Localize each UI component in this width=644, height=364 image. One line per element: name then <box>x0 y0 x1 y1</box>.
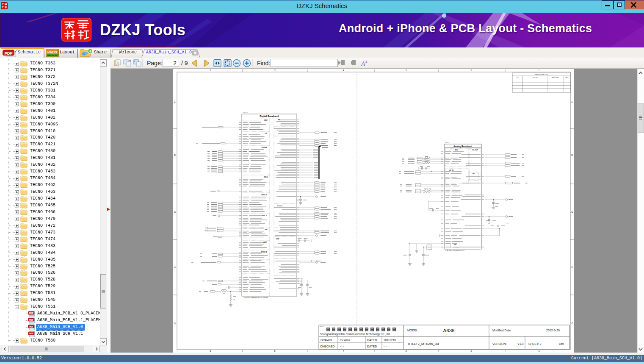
svg-text:Analog Baseband: Analog Baseband <box>453 145 472 147</box>
svg-text:DATED: DATED <box>367 345 377 348</box>
svg-text:COMPANY: COMPANY <box>320 326 324 327</box>
svg-text:Of9: Of9 <box>559 342 564 345</box>
svg-text:LTR: LTR <box>516 77 518 78</box>
svg-text:U201-D: U201-D <box>243 112 248 114</box>
svg-text:PDF: PDF <box>29 311 34 314</box>
svg-text:1: 1 <box>538 69 539 72</box>
svg-text:SIM: SIM <box>265 229 267 231</box>
svg-text:1: 1 <box>538 350 539 352</box>
svg-text:4: 4 <box>343 350 344 352</box>
svg-text:APPROVED: APPROVED <box>552 77 559 78</box>
svg-text:a: a <box>365 59 368 64</box>
svg-text:Shanghai RagenTek Communicatio: Shanghai RagenTek Communication Technolo… <box>320 333 390 336</box>
svg-text:AU_IN: AU_IN <box>449 169 453 171</box>
svg-text:CHECKED: CHECKED <box>320 345 334 348</box>
svg-text:2: 2 <box>470 350 472 352</box>
svg-text:Yu Chen: Yu Chen <box>340 339 350 341</box>
svg-text:< >: < > <box>384 345 387 347</box>
svg-text:A: A <box>361 60 365 67</box>
svg-text:Camera: Camera <box>277 205 283 207</box>
svg-text:Digital Baseband: Digital Baseband <box>260 115 279 117</box>
svg-text:< >: < > <box>340 345 344 347</box>
svg-text:C: C <box>571 211 573 213</box>
svg-text:PDF: PDF <box>29 332 34 334</box>
svg-text:PDF: PDF <box>5 51 13 56</box>
svg-text:C: C <box>174 211 176 213</box>
svg-text:A638: A638 <box>443 328 455 333</box>
svg-text:A: A <box>571 322 573 324</box>
svg-text:AU_OUT: AU_OUT <box>472 149 478 151</box>
svg-text:ECO NO.: ECO NO. <box>533 77 538 78</box>
svg-text:5: 5 <box>274 69 275 72</box>
svg-text:ADC: ADC <box>455 149 459 151</box>
svg-text:MODEL:: MODEL: <box>407 329 419 332</box>
svg-text:4: 4 <box>343 69 344 72</box>
svg-text:EINT: EINT <box>264 119 268 121</box>
svg-text:20110210: 20110210 <box>384 339 396 342</box>
svg-text:PDF: PDF <box>29 325 34 328</box>
svg-text:Modified Date:: Modified Date: <box>492 329 511 332</box>
svg-text:REVISION RECORD: REVISION RECORD <box>535 74 548 75</box>
svg-text:KeyPad: KeyPad <box>262 147 267 148</box>
svg-text:PDF: PDF <box>29 318 34 321</box>
svg-text:TITLE: 2_MT6255_BB: TITLE: 2_MT6255_BB <box>407 342 439 346</box>
svg-text:A: A <box>174 322 176 324</box>
svg-text:CIR: CIR <box>265 133 267 134</box>
svg-text:U201-C: U201-C <box>445 142 450 144</box>
svg-text:6: 6 <box>210 350 211 352</box>
svg-text:E: E <box>174 100 176 103</box>
svg-text:MSDC-2: MSDC-2 <box>262 215 267 217</box>
svg-text:3: 3 <box>405 350 406 352</box>
svg-text:PADS: PADS <box>47 50 57 54</box>
svg-text:3: 3 <box>405 69 406 72</box>
svg-text:VERSION:: VERSION: <box>492 342 507 345</box>
svg-text:1-DB-DIGITAL BASEBAND MT6255 A: 1-DB-DIGITAL BASEBAND MT6255 ABB/DBB <box>243 297 268 299</box>
svg-text:DRAWN: DRAWN <box>321 339 332 342</box>
svg-text:B: B <box>571 266 573 269</box>
svg-text:SHEET: 2: SHEET: 2 <box>528 342 541 345</box>
svg-text:DATE: DATE <box>565 77 568 78</box>
svg-text:6: 6 <box>210 69 211 72</box>
svg-text:D: D <box>571 154 573 156</box>
svg-text:E: E <box>571 100 573 103</box>
svg-text:DAC: DAC <box>473 173 476 175</box>
svg-text:2: 2 <box>470 69 472 72</box>
svg-text:DATED: DATED <box>367 339 377 342</box>
svg-text:1C-BB-ANALOG BASEBAND MT6255: 1C-BB-ANALOG BASEBAND MT6255 <box>445 250 465 252</box>
svg-text:MSDC-1: MSDC-1 <box>262 194 267 196</box>
svg-text:B: B <box>174 266 176 269</box>
svg-text:2012-6-20: 2012-6-20 <box>546 329 560 332</box>
svg-text:JTAG: JTAG <box>264 176 268 178</box>
svg-text:USB: USB <box>276 238 279 240</box>
svg-text:5: 5 <box>274 350 275 352</box>
svg-text:V1.0: V1.0 <box>517 342 524 345</box>
svg-text:D: D <box>174 154 176 156</box>
